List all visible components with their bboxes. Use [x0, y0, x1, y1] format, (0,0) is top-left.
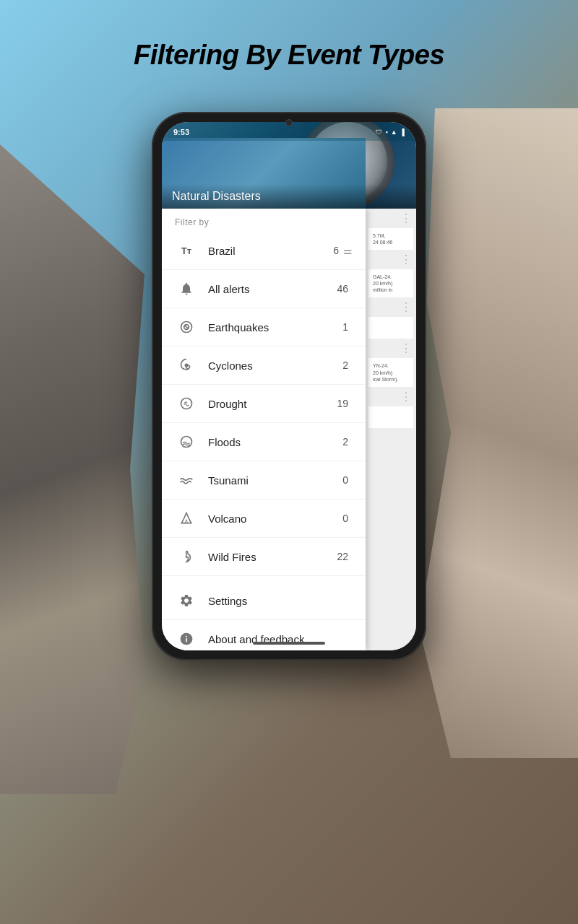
right-card-4: YN-24.20 km/h)ical Storm).: [368, 358, 413, 386]
about-icon: [175, 627, 198, 650]
type-icon: Tт: [175, 239, 198, 262]
more-dots-5[interactable]: ⋮: [367, 390, 415, 404]
filter-label-earthquakes: Earthquakes: [208, 321, 342, 334]
svg-point-3: [181, 398, 192, 409]
filter-item-alerts[interactable]: All alerts 46: [162, 270, 366, 308]
filter-item-cyclones[interactable]: Cyclones 2: [162, 346, 366, 385]
filter-by-label: Filter by: [162, 209, 366, 232]
volcano-icon: [175, 507, 198, 530]
filter-count-wildfires: 22: [337, 551, 348, 562]
earthquakes-icon: [175, 315, 198, 339]
filter-item-drought[interactable]: Drought 19: [162, 385, 366, 423]
filter-item-settings[interactable]: Settings: [162, 582, 366, 620]
filter-label-floods: Floods: [208, 436, 342, 448]
phone-screen: 9:53 🛡 ▪ ▲ ▐ Natural Disasters: [162, 122, 416, 650]
right-cards-panel: ⋮ 5.7M,24 08:46 ⋮ GAL-24.20 km/h)million…: [366, 209, 416, 650]
filter-item-volcano[interactable]: Volcano 0: [162, 500, 366, 538]
filter-count-volcano: 0: [342, 513, 348, 524]
settings-icon: [175, 589, 198, 612]
battery-icon: ▪: [385, 128, 387, 136]
phone-frame: 9:53 🛡 ▪ ▲ ▐ Natural Disasters: [152, 112, 426, 661]
filter-count-earthquakes: 1: [342, 321, 348, 333]
wildfires-icon: [175, 545, 198, 568]
alerts-icon: [175, 277, 198, 300]
filter-label-brazil: Brazil: [208, 245, 333, 257]
cyclones-icon: [175, 354, 198, 377]
filter-item-earthquakes[interactable]: Earthquakes 1: [162, 308, 366, 346]
wifi-icon: ▲: [391, 128, 397, 136]
tsunami-icon: [175, 468, 198, 492]
more-dots-4[interactable]: ⋮: [367, 341, 415, 355]
filter-item-floods[interactable]: Floods 2: [162, 423, 366, 461]
filter-item-about[interactable]: About and feedback: [162, 620, 366, 650]
filter-count-cyclones: 2: [342, 359, 348, 371]
filter-item-tsunami[interactable]: Tsunami 0: [162, 461, 366, 500]
filter-count-drought: 19: [337, 398, 348, 409]
right-card-5: [368, 406, 413, 428]
more-dots-3[interactable]: ⋮: [367, 300, 415, 314]
filter-label-drought: Drought: [208, 398, 337, 410]
status-time: 9:53: [173, 128, 189, 136]
more-dots-1[interactable]: ⋮: [367, 212, 415, 225]
floods-icon: [175, 430, 198, 453]
filter-count-brazil: 6: [333, 245, 339, 256]
app-title: Natural Disasters: [172, 190, 261, 202]
signal-icon: ▐: [400, 128, 405, 136]
filter-count-tsunami: 0: [342, 474, 348, 486]
filter-label-settings: Settings: [208, 595, 353, 607]
filter-label-alerts: All alerts: [208, 283, 337, 295]
right-card-1: 5.7M,24 08:46: [368, 228, 413, 250]
home-bar: [253, 642, 325, 645]
screen-main: Filter by Tт Brazil 6 ⚌ All alerts 46: [162, 209, 416, 650]
filter-count-alerts: 46: [337, 283, 348, 295]
filter-extra-brazil: ⚌: [343, 245, 353, 256]
filter-label-volcano: Volcano: [208, 513, 342, 525]
filter-count-floods: 2: [342, 436, 348, 448]
status-icons: 🛡 ▪ ▲ ▐: [376, 128, 405, 136]
filter-item-wildfires[interactable]: Wild Fires 22: [162, 538, 366, 576]
filter-label-tsunami: Tsunami: [208, 474, 342, 487]
filter-label-wildfires: Wild Fires: [208, 551, 337, 563]
drought-icon: [175, 392, 198, 415]
svg-point-2: [185, 364, 187, 366]
right-card-2: GAL-24.20 km/h)million in: [368, 269, 413, 297]
filter-item-type[interactable]: Tт Brazil 6 ⚌: [162, 232, 366, 270]
svg-point-4: [181, 437, 192, 448]
more-dots-2[interactable]: ⋮: [367, 253, 415, 266]
shield-icon: 🛡: [376, 128, 382, 136]
filter-label-cyclones: Cyclones: [208, 359, 342, 372]
page-title: Filtering By Event Types: [0, 40, 578, 71]
camera-notch: [285, 119, 293, 126]
right-card-3: [368, 317, 413, 339]
filter-drawer: Filter by Tт Brazil 6 ⚌ All alerts 46: [162, 209, 366, 650]
